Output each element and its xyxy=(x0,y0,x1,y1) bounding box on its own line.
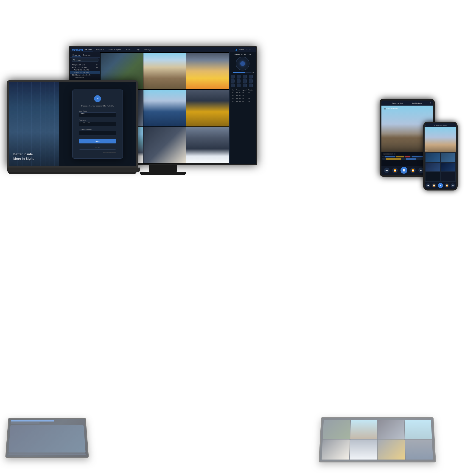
ptz-center-btn[interactable] xyxy=(240,61,245,66)
tree-item-cam2[interactable]: Abby-1 192.168.6.41 xyxy=(70,71,100,74)
phone-screen: ‹ CH1-Camera of Desk Live xyxy=(425,123,456,189)
ptz-btn-tl[interactable] xyxy=(231,75,235,79)
camera-cell-3[interactable] xyxy=(186,53,229,89)
ptz-btn-bl[interactable] xyxy=(231,84,235,87)
minimize-btn[interactable]: ─ xyxy=(246,49,247,51)
tab-group-list[interactable]: Group List xyxy=(82,54,91,56)
col-no: No xyxy=(231,89,235,91)
preset-row-2[interactable]: 02 预置点2 20 xyxy=(231,94,254,97)
laptop-scenic-panel: Better Inside More in Sight xyxy=(9,82,59,166)
forward-btn[interactable]: ⏩ xyxy=(410,168,416,173)
camera-cell-2[interactable] xyxy=(143,53,186,89)
tab-server-list[interactable]: Server List xyxy=(72,54,81,56)
camera-cell-8[interactable] xyxy=(143,127,186,163)
username-input[interactable]: admin xyxy=(79,112,116,117)
phone-cell-4[interactable] xyxy=(441,163,455,172)
phone-cell-6[interactable] xyxy=(441,172,455,181)
rewind-btn[interactable]: ⏪ xyxy=(392,168,398,173)
phone-frame: ‹ CH1-Camera of Desk Live xyxy=(423,122,458,190)
ptz-btn-t[interactable] xyxy=(237,75,240,79)
ptz-zoom-slider[interactable]: − 80 xyxy=(231,72,254,73)
ptz-btn-tr[interactable] xyxy=(243,75,247,79)
laptop-dialog-panel: M Please set a new password for "admin".… xyxy=(59,82,136,166)
close-btn[interactable]: ✕ xyxy=(252,49,254,51)
tablet-subtitle: Split Playback xyxy=(412,102,422,104)
phone-cam-label: Live xyxy=(425,150,427,152)
nav-playback[interactable]: Playback xyxy=(96,48,105,51)
phone-forward-btn[interactable]: ⏩ xyxy=(445,183,449,187)
tree-item-server1[interactable]: Abby-1.6.0.0-a6-2 1/4 xyxy=(70,64,100,66)
preset-speed: 60 xyxy=(242,100,247,103)
ptz-joystick[interactable] xyxy=(236,57,250,70)
maximize-btn[interactable]: □ xyxy=(249,49,250,51)
small-cam-8 xyxy=(405,440,433,459)
preset-time: 26 xyxy=(248,100,254,103)
preset-no: 04 xyxy=(231,100,235,103)
small-cam-5 xyxy=(322,440,350,459)
sidebar-tabs: Server List Group List xyxy=(70,54,100,58)
camera-cell-6[interactable] xyxy=(186,90,229,126)
preset-row-4[interactable]: 04 预置点4 60 26 xyxy=(231,100,254,103)
tree-item-server2[interactable]: Abby-1 192.168.6.41 1/4 xyxy=(70,66,100,69)
tablet-titlebar: ‹ Camera of Desk Split Playback ✕ xyxy=(381,101,433,106)
confirm-password-input[interactable] xyxy=(79,131,116,136)
tree-label: Abby-1 192.168.6.41 xyxy=(74,69,89,71)
phone-rewind-btn[interactable]: ⏪ xyxy=(432,183,436,187)
sidebar-search[interactable]: 🔍 Search xyxy=(72,59,99,62)
timeline-seg-4 xyxy=(412,156,425,157)
play-pause-btn[interactable]: ⏸ xyxy=(401,167,407,174)
col-preset: Preset xyxy=(235,89,241,91)
slider-track[interactable] xyxy=(233,72,252,73)
preset-speed: 30 xyxy=(242,97,247,100)
col-time: Time(s) xyxy=(248,89,254,91)
nav-settings[interactable]: Settings xyxy=(143,48,152,51)
ptz-btn-l[interactable] xyxy=(231,79,235,83)
nav-logs[interactable]: Logs xyxy=(135,48,140,51)
preset-name: 预置点4 xyxy=(235,100,241,103)
phone-cell-1[interactable] xyxy=(425,153,440,162)
dialog-actions: Save Cancel xyxy=(79,139,116,150)
tablet-back-btn[interactable]: ‹ xyxy=(383,102,383,104)
tree-item-dj[interactable]: DJ AI Camera 192.168.6.41 xyxy=(70,74,100,76)
ptz-preset-table: No Preset speed Time(s) 01 预置点1 30 21 xyxy=(231,89,254,103)
dialog-title: Please set a new password for "admin". xyxy=(79,105,116,107)
ptz-btn-center[interactable] xyxy=(237,79,240,83)
camera-cell-5[interactable] xyxy=(143,90,186,126)
tree-item-cam1[interactable]: Abby-1 192.168.6.41 xyxy=(70,69,100,71)
preset-row-3[interactable]: 03 预置点3 30 17 xyxy=(231,97,254,100)
tree-badge: 1/4 xyxy=(96,67,98,68)
skip-back-btn[interactable]: ⏮ xyxy=(384,168,390,173)
laptop-screen: Better Inside More in Sight M Please set… xyxy=(7,80,138,168)
nav-live-view[interactable]: Live View xyxy=(83,48,93,51)
user-icon: 👤 xyxy=(235,49,238,51)
ptz-btn-r[interactable] xyxy=(243,79,247,83)
tablet-close-btn[interactable]: ✕ xyxy=(430,102,431,104)
phone-cell-5[interactable] xyxy=(425,172,440,181)
preset-name: 预置点3 xyxy=(235,97,241,100)
phone-map-grid xyxy=(425,153,455,181)
ptz-btn-r1[interactable] xyxy=(249,75,253,79)
slider-fill xyxy=(233,72,245,73)
cancel-button[interactable]: Cancel xyxy=(79,145,116,150)
ptz-btn-br[interactable] xyxy=(243,84,247,87)
phone-cell-2[interactable] xyxy=(441,153,455,162)
ptz-btn-b[interactable] xyxy=(237,84,240,87)
phone-play-btn[interactable]: ▶ xyxy=(438,183,443,188)
tree-item-dj-cam[interactable]: DJ AI Camera xyxy=(70,76,100,79)
nav-smart-analytics[interactable]: Smart Analytics xyxy=(107,48,122,51)
preset-speed: 30 xyxy=(242,91,247,94)
ptz-btn-r2[interactable] xyxy=(249,79,253,83)
ptz-panel: 1st Floor 192.168.15.101 − 80 xyxy=(229,52,256,164)
save-button[interactable]: Save xyxy=(79,139,116,143)
preset-row-1[interactable]: 01 预置点1 30 21 xyxy=(231,91,254,94)
nav-emap[interactable]: E-map xyxy=(125,48,132,51)
camera-cell-9[interactable] xyxy=(186,127,229,163)
small-cam-3 xyxy=(377,420,404,439)
ptz-btn-r3[interactable] xyxy=(249,84,253,87)
scene: Milesight Live View Playback Smart Analy… xyxy=(0,0,476,476)
phone-back-btn[interactable]: ⏮ xyxy=(426,183,430,187)
small-bar-2 xyxy=(11,422,40,424)
password-input[interactable]: •••••••• xyxy=(79,122,116,126)
phone-cell-3[interactable] xyxy=(425,163,440,172)
phone-end-btn[interactable]: ⏭ xyxy=(451,183,455,187)
